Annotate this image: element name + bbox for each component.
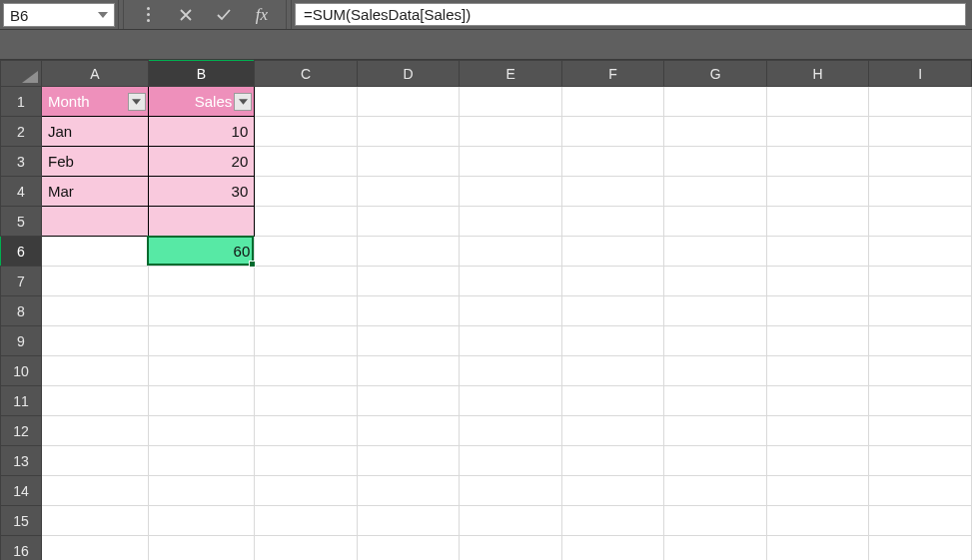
cell-E12[interactable] — [460, 416, 562, 446]
cell-F2[interactable] — [561, 117, 664, 147]
cell-D3[interactable] — [357, 147, 460, 177]
cell-F10[interactable] — [561, 356, 664, 386]
cell-A10[interactable] — [42, 356, 149, 386]
cell-C1[interactable] — [255, 87, 358, 117]
cell-I14[interactable] — [869, 476, 972, 506]
cell-F4[interactable] — [561, 177, 664, 207]
cell-D12[interactable] — [357, 416, 460, 446]
cell-G12[interactable] — [664, 416, 767, 446]
cell-D15[interactable] — [357, 506, 460, 536]
cell-B14[interactable] — [148, 476, 255, 506]
cell-A1[interactable]: Month — [42, 87, 149, 117]
cell-D13[interactable] — [357, 446, 460, 476]
cell-G7[interactable] — [664, 267, 767, 296]
cell-E1[interactable] — [460, 87, 562, 117]
cell-E4[interactable] — [460, 177, 562, 207]
cell-E6[interactable] — [460, 237, 562, 267]
cell-E10[interactable] — [460, 356, 562, 386]
row-header-8[interactable]: 8 — [1, 296, 42, 326]
cell-E16[interactable] — [460, 536, 562, 561]
cell-H10[interactable] — [766, 356, 869, 386]
cell-A6[interactable] — [42, 237, 149, 267]
cell-D14[interactable] — [357, 476, 460, 506]
cell-A9[interactable] — [42, 326, 149, 356]
cell-H14[interactable] — [766, 476, 869, 506]
cell-D6[interactable] — [357, 237, 460, 267]
cell-F14[interactable] — [561, 476, 664, 506]
cell-C4[interactable] — [255, 177, 358, 207]
cell-D10[interactable] — [357, 356, 460, 386]
row-header-7[interactable]: 7 — [1, 267, 42, 296]
row-header-6[interactable]: 6 — [1, 237, 42, 267]
name-box-dropdown-icon[interactable] — [96, 8, 110, 22]
cell-H4[interactable] — [766, 177, 869, 207]
row-header-12[interactable]: 12 — [1, 416, 42, 446]
cell-A12[interactable] — [42, 416, 149, 446]
col-header-B[interactable]: B — [148, 61, 255, 87]
cell-H9[interactable] — [766, 326, 869, 356]
row-header-11[interactable]: 11 — [1, 386, 42, 416]
formula-input[interactable]: =SUM(SalesData[Sales]) — [295, 3, 966, 26]
cell-C5[interactable] — [255, 207, 358, 237]
cell-F6[interactable] — [561, 237, 664, 267]
cell-A8[interactable] — [42, 296, 149, 326]
col-header-D[interactable]: D — [357, 61, 460, 87]
cell-B4[interactable]: 30 — [148, 177, 255, 207]
cell-H6[interactable] — [766, 237, 869, 267]
row-header-3[interactable]: 3 — [1, 147, 42, 177]
cell-D7[interactable] — [357, 267, 460, 296]
row-header-13[interactable]: 13 — [1, 446, 42, 476]
cell-F15[interactable] — [561, 506, 664, 536]
row-header-4[interactable]: 4 — [1, 177, 42, 207]
cell-C9[interactable] — [255, 326, 358, 356]
cell-B2[interactable]: 10 — [148, 117, 255, 147]
cell-G10[interactable] — [664, 356, 767, 386]
cell-B8[interactable] — [148, 296, 255, 326]
col-header-A[interactable]: A — [42, 61, 149, 87]
expand-formula-bar-button[interactable] — [138, 5, 158, 25]
cell-H3[interactable] — [766, 147, 869, 177]
row-header-9[interactable]: 9 — [1, 326, 42, 356]
cell-E7[interactable] — [460, 267, 562, 296]
cell-I15[interactable] — [869, 506, 972, 536]
cell-A14[interactable] — [42, 476, 149, 506]
cell-D9[interactable] — [357, 326, 460, 356]
name-box[interactable]: B6 — [3, 3, 115, 27]
cell-G11[interactable] — [664, 386, 767, 416]
col-header-C[interactable]: C — [255, 61, 358, 87]
cancel-button[interactable] — [176, 5, 196, 25]
cell-A16[interactable] — [42, 536, 149, 561]
cell-B12[interactable] — [148, 416, 255, 446]
cell-G2[interactable] — [664, 117, 767, 147]
row-header-2[interactable]: 2 — [1, 117, 42, 147]
cell-C6[interactable] — [255, 237, 358, 267]
cell-B10[interactable] — [148, 356, 255, 386]
cell-C3[interactable] — [255, 147, 358, 177]
cell-B15[interactable] — [148, 506, 255, 536]
cell-I7[interactable] — [869, 267, 972, 296]
cell-F9[interactable] — [561, 326, 664, 356]
col-header-H[interactable]: H — [766, 61, 869, 87]
cell-A3[interactable]: Feb — [42, 147, 149, 177]
cell-C16[interactable] — [255, 536, 358, 561]
cell-H11[interactable] — [766, 386, 869, 416]
enter-button[interactable] — [214, 5, 234, 25]
cell-A2[interactable]: Jan — [42, 117, 149, 147]
cell-F1[interactable] — [561, 87, 664, 117]
col-header-G[interactable]: G — [664, 61, 767, 87]
filter-dropdown-sales[interactable] — [234, 93, 252, 111]
cell-I2[interactable] — [869, 117, 972, 147]
cell-D5[interactable] — [357, 207, 460, 237]
cell-H13[interactable] — [766, 446, 869, 476]
cell-I12[interactable] — [869, 416, 972, 446]
cell-C7[interactable] — [255, 267, 358, 296]
cell-I1[interactable] — [869, 87, 972, 117]
cell-E3[interactable] — [460, 147, 562, 177]
cell-H7[interactable] — [766, 267, 869, 296]
cell-F3[interactable] — [561, 147, 664, 177]
cell-H12[interactable] — [766, 416, 869, 446]
cell-I16[interactable] — [869, 536, 972, 561]
cell-G3[interactable] — [664, 147, 767, 177]
insert-function-button[interactable]: fx — [252, 5, 272, 25]
cell-A4[interactable]: Mar — [42, 177, 149, 207]
